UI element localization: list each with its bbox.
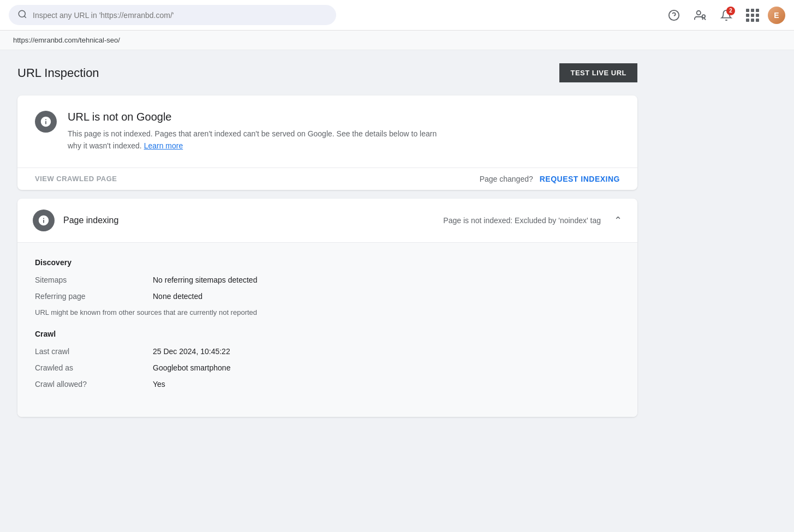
view-crawled-button[interactable]: VIEW CRAWLED PAGE: [35, 175, 117, 183]
indexing-info-icon: [38, 214, 50, 226]
referring-page-label: Referring page: [35, 292, 144, 301]
learn-more-link[interactable]: Learn more: [144, 141, 183, 150]
notification-badge: 2: [726, 7, 735, 15]
grid-icon: [746, 9, 759, 22]
indexing-card: Page indexing Page is not indexed: Exclu…: [17, 199, 637, 417]
action-right: Page changed? REQUEST INDEXING: [480, 175, 620, 183]
crawl-allowed-label: Crawl allowed?: [35, 380, 144, 388]
sitemaps-label: Sitemaps: [35, 276, 144, 284]
indexing-header[interactable]: Page indexing Page is not indexed: Exclu…: [17, 199, 637, 243]
status-section: URL is not on Google This page is not in…: [17, 95, 637, 168]
indexing-header-right: Page is not indexed: Excluded by 'noinde…: [443, 214, 622, 226]
details-section: Discovery Sitemaps No referring sitemaps…: [17, 243, 637, 417]
status-title: URL is not on Google: [68, 111, 450, 123]
indexing-status: Page is not indexed: Excluded by 'noinde…: [443, 216, 601, 225]
discovery-note: URL might be known from other sources th…: [35, 308, 620, 316]
status-icon-circle: [35, 111, 57, 133]
crawl-allowed-row: Crawl allowed? Yes: [35, 380, 620, 388]
page-title: URL Inspection: [17, 66, 99, 80]
referring-page-value: None detected: [153, 292, 202, 301]
topbar: 2 E: [0, 0, 794, 31]
svg-point-0: [19, 10, 25, 17]
svg-point-4: [697, 10, 701, 14]
last-crawl-label: Last crawl: [35, 347, 144, 356]
status-description-text: This page is not indexed. Pages that are…: [68, 129, 437, 150]
request-indexing-button[interactable]: REQUEST INDEXING: [540, 175, 620, 183]
crawled-as-label: Crawled as: [35, 363, 144, 372]
account-search-icon: [694, 9, 706, 21]
crawled-as-row: Crawled as Googlebot smartphone: [35, 363, 620, 372]
search-input[interactable]: [33, 11, 327, 20]
chevron-up-icon: ⌃: [614, 214, 622, 226]
avatar[interactable]: E: [768, 7, 785, 24]
referring-page-row: Referring page None detected: [35, 292, 620, 301]
test-live-url-button[interactable]: TEST LIVE URL: [559, 63, 637, 82]
crawled-as-value: Googlebot smartphone: [153, 363, 230, 372]
status-card: URL is not on Google This page is not in…: [17, 95, 637, 190]
discovery-group-title: Discovery: [35, 258, 620, 267]
status-description: This page is not indexed. Pages that are…: [68, 128, 450, 152]
info-icon: [40, 116, 52, 128]
crawl-group-title: Crawl: [35, 330, 620, 338]
last-crawl-row: Last crawl 25 Dec 2024, 10:45:22: [35, 347, 620, 356]
page-header: URL Inspection TEST LIVE URL: [17, 63, 637, 82]
account-search-button[interactable]: [689, 4, 711, 26]
status-content: URL is not on Google This page is not in…: [68, 111, 450, 152]
breadcrumb: https://emranbd.com/tehnical-seo/: [0, 31, 794, 50]
search-bar[interactable]: [9, 5, 336, 25]
crawl-allowed-value: Yes: [153, 380, 165, 388]
action-bar: VIEW CRAWLED PAGE Page changed? REQUEST …: [17, 168, 637, 190]
last-crawl-value: 25 Dec 2024, 10:45:22: [153, 347, 230, 356]
svg-line-1: [24, 16, 26, 17]
page-changed-label: Page changed?: [480, 175, 533, 183]
search-icon: [17, 9, 27, 21]
main-content: URL Inspection TEST LIVE URL URL is not …: [0, 50, 655, 430]
indexing-header-left: Page indexing: [33, 210, 118, 231]
sitemaps-row: Sitemaps No referring sitemaps detected: [35, 276, 620, 284]
notifications-button[interactable]: 2: [715, 4, 737, 26]
help-button[interactable]: [663, 4, 685, 26]
breadcrumb-url: https://emranbd.com/tehnical-seo/: [13, 36, 120, 44]
indexing-title: Page indexing: [63, 216, 118, 225]
sitemaps-value: No referring sitemaps detected: [153, 276, 257, 284]
crawl-group: Crawl Last crawl 25 Dec 2024, 10:45:22 C…: [35, 330, 620, 388]
topbar-actions: 2 E: [663, 4, 785, 26]
help-icon: [668, 9, 680, 21]
svg-point-6: [702, 15, 706, 18]
indexing-info-icon-circle: [33, 210, 55, 231]
apps-button[interactable]: [742, 4, 763, 26]
discovery-group: Discovery Sitemaps No referring sitemaps…: [35, 258, 620, 316]
